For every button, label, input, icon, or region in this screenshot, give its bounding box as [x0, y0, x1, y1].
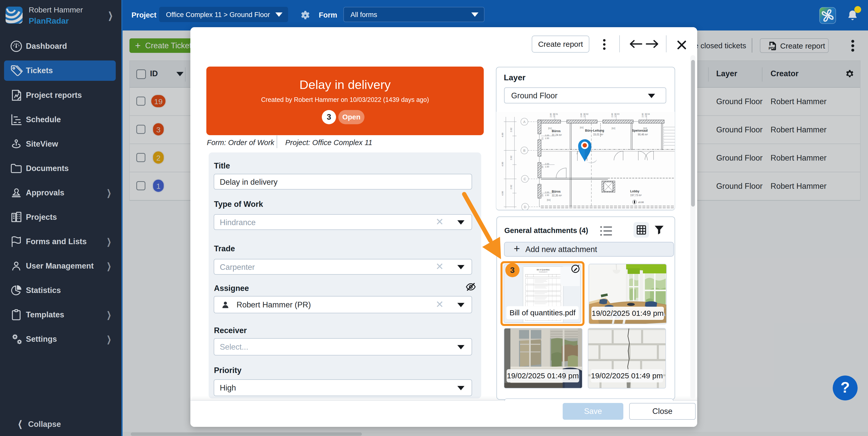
svg-text:2.02: 2.02 [510, 155, 513, 160]
svg-text:2.00: 2.00 [550, 113, 552, 117]
svg-text:[02]: [02] [580, 126, 584, 129]
svg-text:2.00: 2.00 [580, 113, 583, 117]
svg-text:[02]: [02] [612, 127, 615, 129]
svg-text:1.50: 1.50 [583, 113, 586, 117]
svg-text:32,35 m²: 32,35 m² [552, 194, 562, 197]
svg-text:D: D [524, 205, 526, 209]
svg-text:A: A [523, 120, 526, 124]
svg-text:Lobby: Lobby [630, 190, 639, 193]
svg-text:2.00: 2.00 [641, 113, 644, 117]
svg-text:Construction S: Construction S [539, 271, 548, 273]
svg-text:15,01 m²: 15,01 m² [593, 133, 603, 136]
svg-text:C: C [524, 177, 526, 181]
svg-text:4.00: 4.00 [501, 162, 504, 167]
svg-text:1.50: 1.50 [644, 113, 647, 117]
svg-text:2.02: 2.02 [510, 185, 513, 189]
svg-text:19: 19 [541, 194, 544, 197]
svg-text:1.50: 1.50 [553, 113, 555, 117]
svg-text:1.50: 1.50 [545, 137, 549, 140]
svg-text:Speisesaal: Speisesaal [632, 129, 648, 133]
svg-text:Büro-Leitung: Büro-Leitung [585, 129, 604, 133]
svg-text:1.50: 1.50 [614, 113, 617, 117]
svg-text:2.00: 2.00 [611, 113, 614, 117]
svg-text:03: 03 [617, 113, 620, 115]
svg-text:[02]: [02] [547, 199, 551, 201]
svg-text:1.50: 1.50 [545, 166, 549, 168]
svg-text:Büros: Büros [552, 190, 561, 193]
svg-text:90,46 m²: 90,46 m² [638, 133, 648, 136]
svg-text:2.00: 2.00 [545, 134, 549, 137]
svg-text:04: 04 [647, 113, 650, 115]
svg-text:±0.00: ±0.00 [638, 201, 644, 204]
svg-text:Büros: Büros [552, 129, 561, 133]
svg-text:01: 01 [556, 113, 558, 115]
svg-text:2.02: 2.02 [510, 127, 513, 132]
svg-text:20: 20 [541, 166, 544, 168]
svg-text:4.00: 4.00 [501, 133, 504, 137]
svg-text:02: 02 [586, 113, 589, 115]
svg-text:197,73 m²: 197,73 m² [630, 194, 642, 197]
svg-text:[01]: [01] [548, 127, 552, 129]
svg-text:B: B [523, 149, 526, 152]
svg-text:21: 21 [541, 137, 544, 140]
svg-text:Bill of Quantities: Bill of Quantities [537, 269, 550, 271]
svg-text:1.50: 1.50 [545, 194, 549, 196]
